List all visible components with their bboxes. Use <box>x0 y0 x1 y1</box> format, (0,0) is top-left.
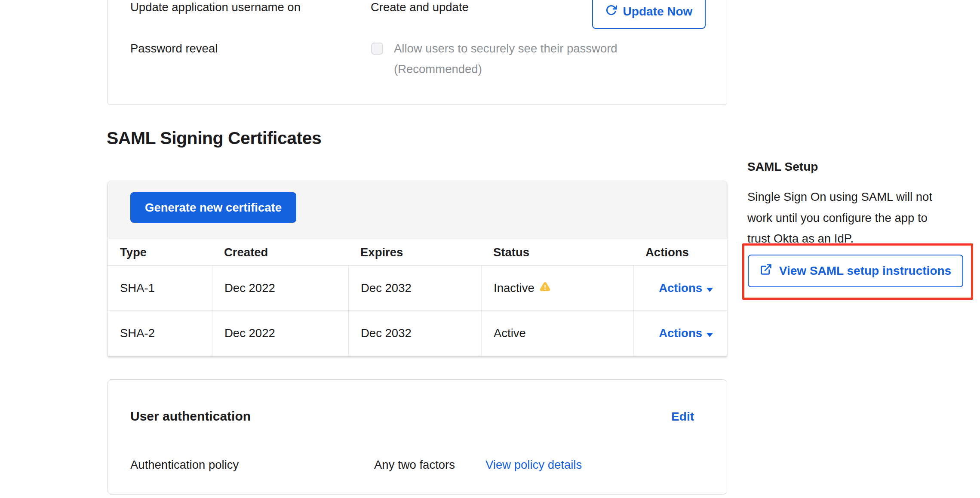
table-row-sha1: SHA-1 Dec 2022 Dec 2032 Inactive <box>108 265 727 310</box>
cell-expires: Dec 2032 <box>348 311 481 356</box>
actions-label: Actions <box>659 326 702 340</box>
view-policy-details-link[interactable]: View policy details <box>485 458 582 472</box>
view-saml-setup-instructions-button[interactable]: View SAML setup instructions <box>748 255 963 287</box>
cell-actions: Actions <box>633 311 728 356</box>
actions-dropdown[interactable]: Actions <box>659 326 713 340</box>
page-title: SAML Signing Certificates <box>107 127 321 149</box>
username-update-value: Create and update <box>371 0 469 14</box>
update-now-label: Update Now <box>623 5 693 18</box>
username-update-label: Update application username on <box>130 0 301 14</box>
view-saml-setup-instructions-label: View SAML setup instructions <box>779 264 951 278</box>
update-now-button[interactable]: Update Now <box>592 0 706 29</box>
warning-icon <box>540 281 550 295</box>
edit-link[interactable]: Edit <box>671 410 694 424</box>
generate-certificate-button[interactable]: Generate new certificate <box>130 192 296 223</box>
certificates-table: Type Created Expires Status Actions SHA-… <box>108 239 727 356</box>
cell-status: Active <box>481 311 633 356</box>
account-settings-card: Update application username on Create an… <box>108 0 727 105</box>
password-reveal-note: (Recommended) <box>394 62 482 76</box>
header-actions: Actions <box>633 239 728 265</box>
header-type: Type <box>108 239 212 265</box>
external-link-icon <box>760 263 772 279</box>
actions-label: Actions <box>659 281 702 295</box>
certificates-card: Generate new certificate Type Created Ex… <box>108 181 727 356</box>
authentication-policy-value: Any two factors <box>374 458 455 472</box>
cell-actions: Actions <box>633 266 728 310</box>
saml-setup-description: Single Sign On using SAML will not work … <box>747 187 962 249</box>
password-reveal-checkbox-label: Allow users to securely see their passwo… <box>394 42 617 55</box>
chevron-down-icon <box>707 326 713 340</box>
user-authentication-title: User authentication <box>130 409 251 424</box>
table-row-sha2: SHA-2 Dec 2022 Dec 2032 Active Actions <box>108 310 727 356</box>
cell-created: Dec 2022 <box>212 311 348 356</box>
saml-setup-title: SAML Setup <box>747 160 818 174</box>
actions-dropdown[interactable]: Actions <box>659 281 713 295</box>
cell-status: Inactive <box>481 266 633 310</box>
refresh-icon <box>605 4 617 19</box>
header-status: Status <box>481 239 633 265</box>
status-text: Active <box>494 326 526 340</box>
cell-expires: Dec 2032 <box>348 266 481 310</box>
status-text: Inactive <box>494 281 535 295</box>
password-reveal-checkbox[interactable] <box>371 43 383 55</box>
password-reveal-label: Password reveal <box>130 42 218 55</box>
chevron-down-icon <box>707 281 713 295</box>
user-authentication-card: User authentication Edit Authentication … <box>108 379 727 495</box>
header-expires: Expires <box>348 239 481 265</box>
cell-created: Dec 2022 <box>212 266 348 310</box>
cell-type: SHA-1 <box>108 266 212 310</box>
cell-type: SHA-2 <box>108 311 212 356</box>
header-created: Created <box>212 239 348 265</box>
okta-saml-settings-page: Update application username on Create an… <box>0 0 980 498</box>
authentication-policy-label: Authentication policy <box>130 458 239 472</box>
table-header-row: Type Created Expires Status Actions <box>108 239 727 265</box>
